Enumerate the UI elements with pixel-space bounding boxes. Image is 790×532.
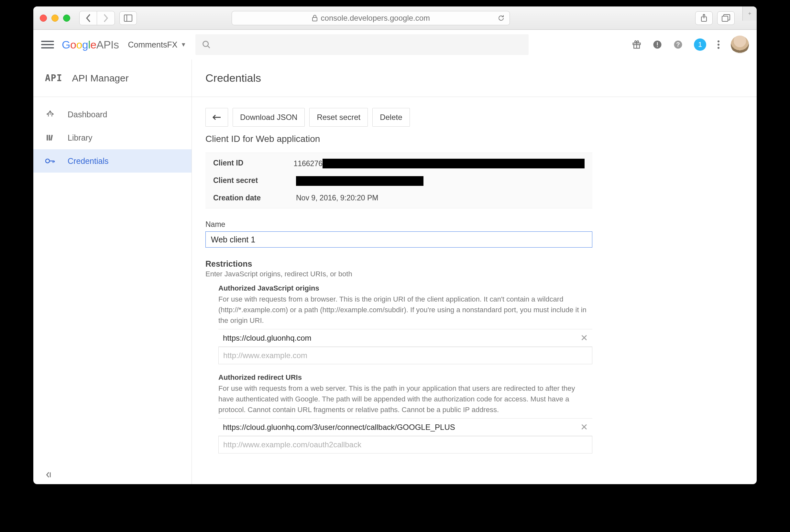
js-origin-value: https://cloud.gluonhq.com [223,334,312,343]
name-label: Name [205,220,743,229]
window-controls [40,15,70,22]
svg-rect-23 [49,135,50,140]
collapse-sidebar-button[interactable] [45,471,53,479]
section-heading: Client ID for Web application [205,134,743,144]
menu-button[interactable] [41,38,54,51]
svg-point-19 [50,111,51,112]
info-value [296,176,423,186]
sidebar-item-label: Dashboard [68,110,107,119]
browser-titlebar: console.developers.google.com + [33,6,757,30]
tabs-button[interactable] [717,11,735,25]
app-body: API API Manager Dashboard Library [33,59,757,484]
svg-point-17 [718,44,719,45]
js-origins-title: Authorized JavaScript origins [218,284,592,292]
caret-down-icon: ▼ [181,41,186,48]
close-window-button[interactable] [40,15,47,22]
new-tab-button[interactable]: + [742,6,757,21]
redirect-desc: For use with requests from a web server.… [218,383,592,415]
svg-rect-12 [657,42,658,45]
sidebar: API API Manager Dashboard Library [33,59,192,484]
info-label: Client ID [213,159,293,168]
more-icon[interactable] [717,40,720,50]
redirect-row: https://cloud.gluonhq.com/3/user/connect… [218,419,592,436]
delete-button[interactable]: Delete [372,108,409,127]
js-origins-desc: For use with requests from a browser. Th… [218,294,592,326]
redirect-value: https://cloud.gluonhq.com/3/user/connect… [223,423,455,432]
name-input[interactable] [205,231,592,248]
maximize-window-button[interactable] [63,15,70,22]
svg-text:?: ? [676,41,680,48]
browser-right-tools [695,11,735,25]
google-apis-logo[interactable]: GoogleAPIs [62,38,119,51]
svg-line-7 [208,46,210,48]
info-row-client-id: Client ID 1166276 [205,155,592,172]
gift-icon[interactable] [632,40,642,50]
svg-point-20 [47,113,48,115]
search-icon [202,40,211,49]
info-value: 1166276 [293,159,585,168]
reset-secret-button[interactable]: Reset secret [309,108,368,127]
redirect-title: Authorized redirect URIs [218,373,592,382]
action-bar: Download JSON Reset secret Delete [205,108,743,127]
svg-rect-5 [722,16,728,21]
minimize-window-button[interactable] [52,15,58,22]
svg-point-25 [45,159,50,163]
restrictions-heading: Restrictions [205,259,743,269]
svg-rect-24 [50,135,53,140]
svg-rect-22 [47,135,48,140]
js-origin-input[interactable] [218,347,592,364]
main-content: Credentials Download JSON Reset secret D… [192,59,757,484]
help-icon[interactable]: ? [673,40,683,50]
js-origins-list: https://cloud.gluonhq.com ✕ [218,329,592,347]
nav-back-forward [79,11,115,25]
svg-point-6 [203,41,208,46]
address-url: console.developers.google.com [321,14,430,23]
sidebar-item-dashboard[interactable]: Dashboard [33,103,191,126]
sidebar-item-library[interactable]: Library [33,126,191,149]
redacted-block [296,176,423,186]
header-right: ? 1 [632,36,749,54]
svg-rect-13 [657,46,658,47]
sidebar-item-label: Library [68,133,92,142]
sidebar-toggle-button[interactable] [120,11,137,25]
notification-badge[interactable]: 1 [694,38,706,51]
info-label: Creation date [213,194,296,202]
forward-button[interactable] [97,11,114,25]
library-icon [45,133,55,142]
info-value: Nov 9, 2016, 9:20:20 PM [296,194,378,202]
back-button[interactable] [79,11,97,25]
svg-point-21 [52,113,54,115]
remove-origin-button[interactable]: ✕ [581,332,588,343]
info-table: Client ID 1166276 Client secret Creation… [205,153,592,208]
back-button[interactable] [205,108,228,127]
sidebar-item-label: Credentials [68,156,108,166]
dashboard-icon [45,110,55,119]
sidebar-item-credentials[interactable]: Credentials [33,149,191,173]
svg-point-16 [718,40,719,42]
address-bar[interactable]: console.developers.google.com [232,11,510,25]
project-name: CommentsFX [128,40,178,50]
reload-icon[interactable] [497,14,505,22]
remove-redirect-button[interactable]: ✕ [581,422,588,433]
info-row-creation-date: Creation date Nov 9, 2016, 9:20:20 PM [205,190,592,206]
app-header: GoogleAPIs CommentsFX ▼ ? 1 [33,30,757,59]
info-label: Client secret [213,176,296,186]
redirect-input[interactable] [218,436,592,454]
lock-icon [312,15,318,22]
svg-rect-2 [313,17,317,21]
project-selector[interactable]: CommentsFX ▼ [128,40,187,50]
alert-icon[interactable] [653,40,662,50]
key-icon [45,158,55,164]
avatar[interactable] [731,36,749,54]
browser-window: console.developers.google.com + GoogleAP… [33,6,757,484]
share-button[interactable] [695,11,713,25]
redacted-block [323,159,585,168]
search-input[interactable] [196,34,529,55]
restrictions-sub: Enter JavaScript origins, redirect URIs,… [205,270,743,278]
download-json-button[interactable]: Download JSON [233,108,305,127]
api-mono-logo: API [45,73,62,83]
svg-point-18 [718,47,719,49]
sidebar-title-text: API Manager [72,73,129,84]
svg-rect-0 [124,15,132,21]
info-row-client-secret: Client secret [205,172,592,190]
